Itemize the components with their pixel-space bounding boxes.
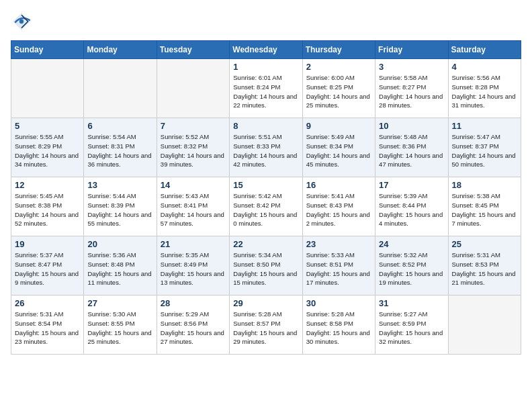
header-sunday: Sunday xyxy=(11,41,84,59)
calendar-cell: 30Sunrise: 5:28 AM Sunset: 8:58 PM Dayli… xyxy=(302,295,375,355)
day-number: 28 xyxy=(161,298,226,308)
day-info: Sunrise: 5:49 AM Sunset: 8:34 PM Dayligh… xyxy=(306,132,371,169)
calendar-cell: 6Sunrise: 5:54 AM Sunset: 8:31 PM Daylig… xyxy=(84,118,157,177)
day-number: 12 xyxy=(15,180,80,190)
calendar-cell xyxy=(84,59,157,118)
day-info: Sunrise: 5:31 AM Sunset: 8:54 PM Dayligh… xyxy=(15,310,80,347)
calendar-cell: 7Sunrise: 5:52 AM Sunset: 8:32 PM Daylig… xyxy=(157,118,229,177)
day-info: Sunrise: 5:29 AM Sunset: 8:56 PM Dayligh… xyxy=(161,310,226,347)
day-number: 10 xyxy=(379,121,444,131)
day-info: Sunrise: 5:38 AM Sunset: 8:45 PM Dayligh… xyxy=(452,191,517,228)
calendar-cell: 21Sunrise: 5:35 AM Sunset: 8:49 PM Dayli… xyxy=(157,236,229,295)
calendar-cell: 31Sunrise: 5:27 AM Sunset: 8:59 PM Dayli… xyxy=(375,295,448,355)
day-info: Sunrise: 5:44 AM Sunset: 8:39 PM Dayligh… xyxy=(87,191,152,228)
day-info: Sunrise: 6:01 AM Sunset: 8:24 PM Dayligh… xyxy=(233,73,298,110)
calendar-cell: 11Sunrise: 5:47 AM Sunset: 8:37 PM Dayli… xyxy=(448,118,521,177)
day-info: Sunrise: 5:48 AM Sunset: 8:36 PM Dayligh… xyxy=(379,132,444,169)
day-number: 21 xyxy=(161,239,226,249)
day-number: 14 xyxy=(161,180,226,190)
logo xyxy=(11,11,35,32)
calendar-cell: 14Sunrise: 5:43 AM Sunset: 8:41 PM Dayli… xyxy=(157,177,229,236)
day-info: Sunrise: 5:45 AM Sunset: 8:38 PM Dayligh… xyxy=(15,191,80,228)
calendar-cell: 16Sunrise: 5:41 AM Sunset: 8:43 PM Dayli… xyxy=(302,177,375,236)
calendar-cell: 10Sunrise: 5:48 AM Sunset: 8:36 PM Dayli… xyxy=(375,118,448,177)
day-info: Sunrise: 5:58 AM Sunset: 8:27 PM Dayligh… xyxy=(379,73,444,110)
day-info: Sunrise: 5:43 AM Sunset: 8:41 PM Dayligh… xyxy=(161,191,226,228)
day-info: Sunrise: 5:36 AM Sunset: 8:48 PM Dayligh… xyxy=(87,250,152,287)
day-number: 1 xyxy=(233,62,298,72)
calendar-cell: 5Sunrise: 5:55 AM Sunset: 8:29 PM Daylig… xyxy=(11,118,84,177)
day-number: 17 xyxy=(379,180,444,190)
day-info: Sunrise: 5:55 AM Sunset: 8:29 PM Dayligh… xyxy=(15,132,80,169)
header-friday: Friday xyxy=(375,41,448,59)
calendar-cell: 24Sunrise: 5:32 AM Sunset: 8:52 PM Dayli… xyxy=(375,236,448,295)
day-number: 30 xyxy=(306,298,371,308)
header-thursday: Thursday xyxy=(302,41,375,59)
day-number: 15 xyxy=(233,180,298,190)
calendar-cell xyxy=(448,295,521,355)
calendar-cell: 26Sunrise: 5:31 AM Sunset: 8:54 PM Dayli… xyxy=(11,295,84,355)
day-info: Sunrise: 5:31 AM Sunset: 8:53 PM Dayligh… xyxy=(452,250,517,287)
calendar-cell xyxy=(11,59,84,118)
day-info: Sunrise: 5:28 AM Sunset: 8:58 PM Dayligh… xyxy=(306,310,371,347)
day-info: Sunrise: 5:37 AM Sunset: 8:47 PM Dayligh… xyxy=(15,250,80,287)
day-info: Sunrise: 5:28 AM Sunset: 8:57 PM Dayligh… xyxy=(233,310,298,347)
calendar-cell: 20Sunrise: 5:36 AM Sunset: 8:48 PM Dayli… xyxy=(84,236,157,295)
calendar-week-2: 5Sunrise: 5:55 AM Sunset: 8:29 PM Daylig… xyxy=(11,118,521,177)
calendar-cell: 19Sunrise: 5:37 AM Sunset: 8:47 PM Dayli… xyxy=(11,236,84,295)
calendar-cell: 4Sunrise: 5:56 AM Sunset: 8:28 PM Daylig… xyxy=(448,59,521,118)
day-info: Sunrise: 5:35 AM Sunset: 8:49 PM Dayligh… xyxy=(161,250,226,287)
calendar-cell: 1Sunrise: 6:01 AM Sunset: 8:24 PM Daylig… xyxy=(230,59,302,118)
calendar-cell: 17Sunrise: 5:39 AM Sunset: 8:44 PM Dayli… xyxy=(375,177,448,236)
header-wednesday: Wednesday xyxy=(230,41,302,59)
calendar-cell: 22Sunrise: 5:34 AM Sunset: 8:50 PM Dayli… xyxy=(230,236,302,295)
calendar-cell: 3Sunrise: 5:58 AM Sunset: 8:27 PM Daylig… xyxy=(375,59,448,118)
day-number: 2 xyxy=(306,62,371,72)
day-info: Sunrise: 5:33 AM Sunset: 8:51 PM Dayligh… xyxy=(306,250,371,287)
day-number: 3 xyxy=(379,62,444,72)
day-number: 25 xyxy=(452,239,517,249)
header-monday: Monday xyxy=(84,41,157,59)
day-number: 22 xyxy=(233,239,298,249)
calendar-cell: 29Sunrise: 5:28 AM Sunset: 8:57 PM Dayli… xyxy=(230,295,302,355)
day-info: Sunrise: 5:42 AM Sunset: 8:42 PM Dayligh… xyxy=(233,191,298,228)
day-number: 20 xyxy=(87,239,152,249)
calendar-week-3: 12Sunrise: 5:45 AM Sunset: 8:38 PM Dayli… xyxy=(11,177,521,236)
header-saturday: Saturday xyxy=(448,41,521,59)
day-number: 7 xyxy=(161,121,226,131)
calendar-cell: 15Sunrise: 5:42 AM Sunset: 8:42 PM Dayli… xyxy=(230,177,302,236)
day-info: Sunrise: 6:00 AM Sunset: 8:25 PM Dayligh… xyxy=(306,73,371,110)
calendar-cell: 18Sunrise: 5:38 AM Sunset: 8:45 PM Dayli… xyxy=(448,177,521,236)
header-tuesday: Tuesday xyxy=(157,41,229,59)
day-info: Sunrise: 5:54 AM Sunset: 8:31 PM Dayligh… xyxy=(87,132,152,169)
calendar-cell: 27Sunrise: 5:30 AM Sunset: 8:55 PM Dayli… xyxy=(84,295,157,355)
page-header xyxy=(11,11,521,32)
calendar-cell: 28Sunrise: 5:29 AM Sunset: 8:56 PM Dayli… xyxy=(157,295,229,355)
day-info: Sunrise: 5:39 AM Sunset: 8:44 PM Dayligh… xyxy=(379,191,444,228)
calendar-cell: 25Sunrise: 5:31 AM Sunset: 8:53 PM Dayli… xyxy=(448,236,521,295)
day-info: Sunrise: 5:52 AM Sunset: 8:32 PM Dayligh… xyxy=(161,132,226,169)
day-number: 26 xyxy=(15,298,80,308)
calendar-cell: 8Sunrise: 5:51 AM Sunset: 8:33 PM Daylig… xyxy=(230,118,302,177)
day-info: Sunrise: 5:47 AM Sunset: 8:37 PM Dayligh… xyxy=(452,132,517,169)
day-number: 11 xyxy=(452,121,517,131)
day-info: Sunrise: 5:41 AM Sunset: 8:43 PM Dayligh… xyxy=(306,191,371,228)
day-number: 4 xyxy=(452,62,517,72)
logo-icon xyxy=(11,11,32,32)
calendar-cell: 2Sunrise: 6:00 AM Sunset: 8:25 PM Daylig… xyxy=(302,59,375,118)
calendar-week-5: 26Sunrise: 5:31 AM Sunset: 8:54 PM Dayli… xyxy=(11,295,521,355)
day-info: Sunrise: 5:34 AM Sunset: 8:50 PM Dayligh… xyxy=(233,250,298,287)
day-info: Sunrise: 5:27 AM Sunset: 8:59 PM Dayligh… xyxy=(379,310,444,347)
day-info: Sunrise: 5:56 AM Sunset: 8:28 PM Dayligh… xyxy=(452,73,517,110)
day-number: 6 xyxy=(87,121,152,131)
day-number: 8 xyxy=(233,121,298,131)
svg-point-2 xyxy=(19,19,24,24)
calendar-cell xyxy=(157,59,229,118)
day-number: 27 xyxy=(87,298,152,308)
day-info: Sunrise: 5:32 AM Sunset: 8:52 PM Dayligh… xyxy=(379,250,444,287)
calendar-week-4: 19Sunrise: 5:37 AM Sunset: 8:47 PM Dayli… xyxy=(11,236,521,295)
day-number: 9 xyxy=(306,121,371,131)
calendar-cell: 23Sunrise: 5:33 AM Sunset: 8:51 PM Dayli… xyxy=(302,236,375,295)
day-info: Sunrise: 5:51 AM Sunset: 8:33 PM Dayligh… xyxy=(233,132,298,169)
day-number: 19 xyxy=(15,239,80,249)
